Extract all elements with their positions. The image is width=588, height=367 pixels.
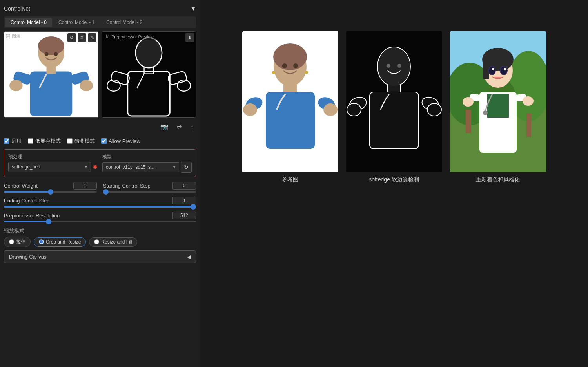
starting-step-label: Starting Control Step (103, 183, 151, 189)
preview-image-controls: ⬇ (185, 33, 194, 42)
sliders-section: Control Weight Starting Control Step End… (4, 180, 196, 224)
preprocessor-res-slider[interactable] (4, 221, 196, 222)
radio-stretch-label: 拉伸 (16, 239, 25, 245)
drawing-canvas-label: Drawing Canvas (9, 254, 46, 260)
svg-point-22 (273, 43, 307, 70)
image-icon: 🖼 (6, 34, 10, 39)
starting-step-slider[interactable] (103, 191, 196, 193)
svg-point-41 (378, 47, 410, 86)
radio-stretch-input[interactable] (9, 239, 14, 244)
svg-point-2 (38, 36, 64, 55)
starting-step-col: Starting Control Step (103, 182, 196, 193)
control-weight-slider[interactable] (4, 191, 97, 193)
low-vram-checkbox[interactable] (28, 138, 33, 144)
preprocessor-label: 预处理 (8, 154, 98, 160)
panel-toggle-icon[interactable]: ▼ (191, 5, 196, 12)
radio-crop-resize-label: Crop and Resize (46, 239, 81, 245)
radio-resize-fill-input[interactable] (94, 239, 99, 244)
result-label-2: 重新着色和风格化 (476, 176, 520, 183)
model-select-wrapper[interactable]: control_v11p_sd15_s... (102, 162, 179, 172)
svg-point-9 (45, 52, 49, 56)
radio-crop-resize-input[interactable] (39, 239, 44, 244)
svg-point-32 (305, 71, 308, 74)
tab-model-0[interactable]: Control Model - 0 (5, 18, 52, 27)
star-icon[interactable]: ✱ (93, 163, 98, 171)
preview-svg (102, 32, 196, 118)
svg-point-10 (54, 52, 58, 56)
reference-image (242, 31, 338, 172)
download-preview-button[interactable]: ⬇ (185, 33, 194, 42)
enable-checkbox-item[interactable]: 启用 (4, 137, 22, 145)
svg-point-19 (136, 38, 162, 67)
left-panel: ControlNet ▼ Control Model - 0 Control M… (0, 0, 200, 367)
ending-step-value[interactable] (172, 197, 196, 204)
upload-button[interactable]: ↑ (188, 122, 196, 131)
preprocessor-select[interactable]: softedge_hed (8, 162, 91, 172)
scale-mode-radio-group: 拉伸 Crop and Resize Resize and Fill (4, 237, 196, 247)
tab-model-1[interactable]: Control Model - 1 (53, 18, 100, 27)
starting-step-value[interactable] (172, 182, 196, 190)
source-image-label: 🖼 图像 (6, 33, 20, 39)
enable-checkbox[interactable] (4, 138, 9, 144)
allow-preview-checkbox[interactable] (101, 138, 107, 144)
allow-preview-checkbox-item[interactable]: Allow Preview (101, 138, 140, 144)
svg-point-7 (9, 80, 22, 91)
guess-mode-checkbox[interactable] (67, 138, 73, 144)
svg-point-43 (397, 64, 401, 68)
model-select[interactable]: control_v11p_sd15_s... (102, 162, 179, 172)
action-icon-row: 📷 ⇄ ↑ (4, 121, 196, 133)
svg-point-40 (427, 103, 441, 116)
svg-point-28 (323, 103, 338, 116)
model-row: 预处理 softedge_hed ✱ 模型 control_v11p (8, 154, 192, 173)
source-image-content[interactable] (4, 32, 98, 117)
close-source-button[interactable]: ✕ (78, 33, 86, 42)
svg-rect-24 (266, 92, 315, 149)
radio-resize-fill[interactable]: Resize and Fill (89, 237, 137, 247)
panel-header: ControlNet ▼ (4, 4, 196, 13)
ending-step-row: Ending Control Step (4, 197, 196, 208)
starting-step-header: Starting Control Step (103, 182, 196, 190)
svg-point-8 (80, 80, 93, 91)
result-image-2: 重新着色和风格化 (450, 31, 546, 183)
guess-mode-label: 猜测模式 (74, 137, 95, 145)
edit-source-button[interactable]: ✎ (88, 33, 96, 42)
radio-stretch[interactable]: 拉伸 (4, 237, 31, 247)
svg-point-60 (492, 68, 494, 70)
scale-mode-label: 缩放模式 (4, 227, 196, 234)
radio-crop-resize[interactable]: Crop and Resize (34, 237, 86, 247)
transfer-button[interactable]: ⇄ (174, 122, 184, 131)
drawing-canvas-section[interactable]: Drawing Canvas ◀ (4, 250, 196, 263)
ending-step-label: Ending Control Step (4, 198, 49, 204)
preview-checkbox: ☑ (106, 34, 110, 39)
radio-resize-fill-label: Resize and Fill (101, 239, 132, 245)
preview-label: ☑ Preprocessor Preview (103, 33, 156, 40)
drawing-canvas-icon: ◀ (187, 254, 191, 260)
preprocessor-select-wrapper[interactable]: softedge_hed (8, 162, 91, 172)
svg-point-62 (483, 110, 488, 115)
preprocessor-res-value[interactable] (172, 212, 196, 219)
anime-image (450, 31, 546, 172)
enable-label: 启用 (11, 137, 22, 145)
svg-point-65 (463, 97, 474, 107)
sliders-row-1: Control Weight Starting Control Step (4, 182, 196, 193)
result-images-grid: 参考图 (208, 31, 580, 183)
nurse-photo (242, 31, 338, 172)
svg-rect-3 (30, 72, 73, 116)
model-refresh-button[interactable]: ↻ (181, 162, 192, 173)
ending-step-slider[interactable] (4, 206, 196, 208)
scale-mode-section: 缩放模式 拉伸 Crop and Resize Resize and Fill (4, 227, 196, 247)
ending-step-header: Ending Control Step (4, 197, 196, 204)
low-vram-checkbox-item[interactable]: 低显存模式 (28, 137, 61, 145)
svg-point-29 (282, 63, 287, 68)
svg-point-42 (387, 64, 390, 68)
refresh-source-button[interactable]: ↺ (67, 33, 76, 42)
guess-mode-checkbox-item[interactable]: 猜测模式 (67, 137, 95, 145)
preview-image-content[interactable] (102, 32, 196, 117)
control-weight-col: Control Weight (4, 182, 97, 193)
svg-point-27 (243, 103, 257, 116)
right-panel: 参考图 (200, 0, 588, 367)
control-weight-value[interactable] (73, 182, 97, 190)
svg-point-66 (523, 96, 534, 106)
camera-button[interactable]: 📷 (158, 122, 171, 131)
tab-model-2[interactable]: Control Model - 2 (101, 18, 148, 27)
